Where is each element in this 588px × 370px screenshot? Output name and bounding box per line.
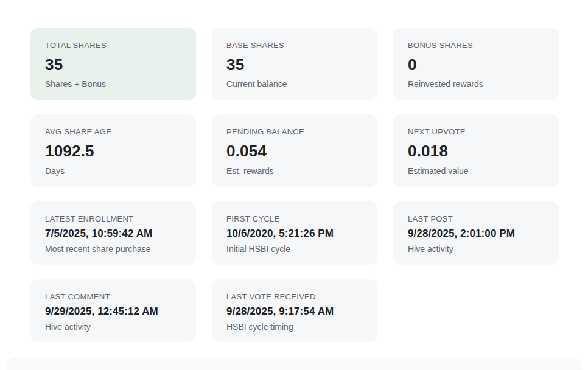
stat-value: 1092.5 <box>45 142 181 161</box>
stat-card-pending-balance: PENDING BALANCE 0.054 Est. rewards <box>212 114 377 186</box>
stat-sublabel: Reinvested rewards <box>408 79 544 89</box>
stat-value: 10/6/2020, 5:21:26 PM <box>226 228 363 240</box>
next-section-panel <box>6 358 582 370</box>
stat-value: 9/29/2025, 12:45:12 AM <box>45 305 181 318</box>
stat-label: LATEST ENROLLMENT <box>45 214 181 224</box>
stat-label: NEXT UPVOTE <box>408 127 544 137</box>
stat-value: 0.018 <box>408 142 544 161</box>
stat-card-last-comment: LAST COMMENT 9/29/2025, 12:45:12 AM Hive… <box>30 279 196 343</box>
stat-sublabel: Hive activity <box>45 322 181 332</box>
stat-value: 0.054 <box>226 142 363 161</box>
stat-label: FIRST CYCLE <box>226 214 363 224</box>
stat-value: 0 <box>408 56 544 74</box>
stat-label: LAST POST <box>408 214 544 224</box>
stat-label: BASE SHARES <box>226 41 363 51</box>
stats-grid: TOTAL SHARES 35 Shares + Bonus BASE SHAR… <box>30 28 559 342</box>
stat-value: 9/28/2025, 2:01:00 PM <box>408 228 544 240</box>
stat-sublabel: Current balance <box>226 79 363 89</box>
stat-label: BONUS SHARES <box>408 41 544 51</box>
stat-label: TOTAL SHARES <box>45 41 181 51</box>
stat-card-next-upvote: NEXT UPVOTE 0.018 Estimated value <box>393 114 559 186</box>
stat-card-latest-enrollment: LATEST ENROLLMENT 7/5/2025, 10:59:42 AM … <box>30 201 196 265</box>
stat-sublabel: Shares + Bonus <box>45 79 181 89</box>
stat-label: LAST COMMENT <box>45 292 181 302</box>
stat-card-total-shares: TOTAL SHARES 35 Shares + Bonus <box>30 28 196 100</box>
stat-value: 35 <box>226 56 363 74</box>
stat-value: 35 <box>45 56 181 74</box>
stat-card-last-post: LAST POST 9/28/2025, 2:01:00 PM Hive act… <box>393 201 559 265</box>
stat-label: LAST VOTE RECEIVED <box>226 292 363 302</box>
stat-value: 7/5/2025, 10:59:42 AM <box>45 228 181 240</box>
stat-label: AVG SHARE AGE <box>45 127 181 137</box>
stat-card-first-cycle: FIRST CYCLE 10/6/2020, 5:21:26 PM Initia… <box>212 201 377 265</box>
stat-sublabel: Days <box>45 166 181 176</box>
stat-sublabel: Estimated value <box>408 166 544 176</box>
stat-card-base-shares: BASE SHARES 35 Current balance <box>212 28 377 100</box>
stat-card-bonus-shares: BONUS SHARES 0 Reinvested rewards <box>393 28 559 100</box>
stat-sublabel: Hive activity <box>408 244 544 254</box>
stat-sublabel: HSBI cycle timing <box>226 322 363 332</box>
stat-card-last-vote-received: LAST VOTE RECEIVED 9/28/2025, 9:17:54 AM… <box>212 279 377 343</box>
stat-label: PENDING BALANCE <box>226 127 363 137</box>
stat-sublabel: Initial HSBI cycle <box>226 244 363 254</box>
stat-value: 9/28/2025, 9:17:54 AM <box>226 305 363 318</box>
stat-card-avg-share-age: AVG SHARE AGE 1092.5 Days <box>30 114 196 186</box>
stat-sublabel: Most recent share purchase <box>45 244 181 254</box>
stat-sublabel: Est. rewards <box>226 166 363 176</box>
